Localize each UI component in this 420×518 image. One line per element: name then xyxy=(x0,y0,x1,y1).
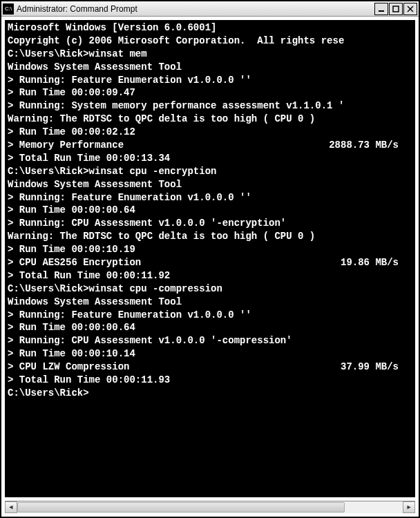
svg-rect-1 xyxy=(393,6,399,12)
terminal-line: > Run Time 00:00:09.47 xyxy=(8,86,412,99)
terminal-line: Copyright (c) 2006 Microsoft Corporation… xyxy=(8,35,412,48)
terminal-line: > Running: Feature Enumeration v1.0.0.0 … xyxy=(8,309,412,322)
window-controls xyxy=(374,3,417,15)
terminal-line: > Total Run Time 00:00:11.93 xyxy=(8,374,412,387)
terminal-line: Windows System Assessment Tool xyxy=(8,178,412,191)
terminal-line: > Running: CPU Assessment v1.0.0.0 '-com… xyxy=(8,334,412,347)
terminal-line: > CPU AES256 Encryption19.86 MB/s xyxy=(8,256,412,269)
terminal-line: Microsoft Windows [Version 6.0.6001] xyxy=(8,21,412,35)
terminal-line: > Run Time 00:00:00.64 xyxy=(8,321,412,334)
terminal-line: > Running: System memory performance ass… xyxy=(8,99,412,113)
terminal-line: > Memory Performance2888.73 MB/s xyxy=(8,139,412,152)
scroll-right-button[interactable]: ► xyxy=(403,501,415,513)
close-icon xyxy=(407,6,414,12)
terminal-line: C:\Users\Rick>winsat mem xyxy=(8,48,412,61)
terminal-line: C:\Users\Rick> xyxy=(8,387,412,400)
cmd-icon: C:\ xyxy=(3,3,14,15)
scroll-thumb[interactable] xyxy=(17,502,345,512)
terminal-line: Windows System Assessment Tool xyxy=(8,61,412,74)
terminal-output[interactable]: Microsoft Windows [Version 6.0.6001]Copy… xyxy=(5,20,415,497)
terminal-line: Warning: The RDTSC to QPC delta is too h… xyxy=(8,113,412,126)
terminal-line: Warning: The RDTSC to QPC delta is too h… xyxy=(8,230,412,243)
terminal-line: > Run Time 00:00:02.12 xyxy=(8,126,412,139)
terminal-line: > Total Run Time 00:00:13.34 xyxy=(8,152,412,165)
terminal-line: > Run Time 00:00:00.64 xyxy=(8,204,412,217)
terminal-line: > Running: Feature Enumeration v1.0.0.0 … xyxy=(8,191,412,204)
terminal-line: > Running: CPU Assessment v1.0.0.0 '-enc… xyxy=(8,217,412,230)
terminal-line: Windows System Assessment Tool xyxy=(8,296,412,309)
terminal-line: > Running: Feature Enumeration v1.0.0.0 … xyxy=(8,74,412,87)
terminal-line: > Run Time 00:00:10.14 xyxy=(8,347,412,361)
titlebar[interactable]: C:\ Administrator: Command Prompt xyxy=(1,1,419,17)
scroll-track[interactable] xyxy=(17,501,403,513)
terminal-line: C:\Users\Rick>winsat cpu -encryption xyxy=(8,165,412,178)
maximize-button[interactable] xyxy=(389,3,403,15)
window-title: Administrator: Command Prompt xyxy=(17,4,374,14)
close-button[interactable] xyxy=(403,3,417,15)
terminal-line: > Run Time 00:00:10.19 xyxy=(8,243,412,256)
terminal-line: > CPU LZW Compression37.99 MB/s xyxy=(8,361,412,374)
terminal-line: > Total Run Time 00:00:11.92 xyxy=(8,269,412,282)
terminal-line: C:\Users\Rick>winsat cpu -compression xyxy=(8,282,412,296)
minimize-icon xyxy=(378,6,385,12)
scroll-left-button[interactable]: ◄ xyxy=(5,501,17,513)
command-prompt-window: C:\ Administrator: Command Prompt Micros… xyxy=(0,0,420,518)
maximize-icon xyxy=(392,6,399,12)
minimize-button[interactable] xyxy=(374,3,388,15)
horizontal-scrollbar[interactable]: ◄ ► xyxy=(5,501,415,513)
